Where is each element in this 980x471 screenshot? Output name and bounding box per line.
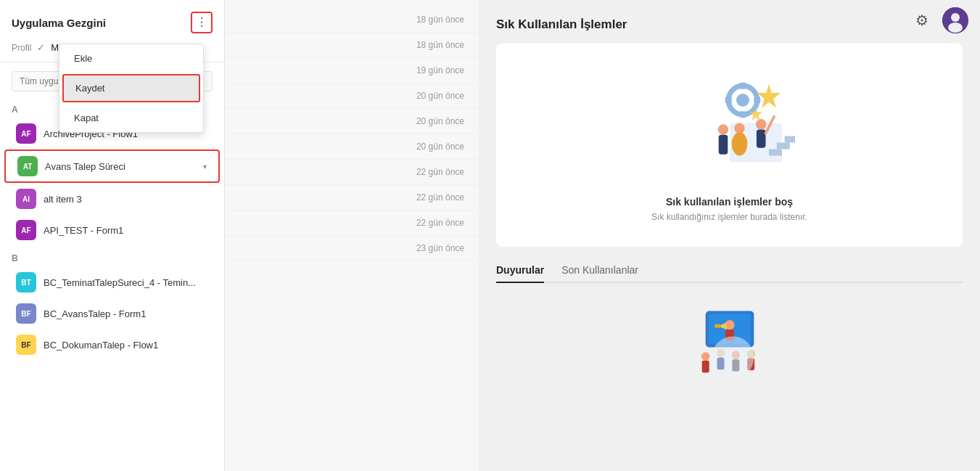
svg-rect-27 (715, 324, 720, 328)
center-item-1[interactable]: 18 gün önce (225, 7, 479, 33)
profile-check-icon: ✓ (37, 42, 45, 53)
icon-ai-alt: AI (16, 189, 36, 209)
list-item-avans-talep[interactable]: AT Avans Talep Süreci ▾ (4, 150, 220, 183)
center-time-4: 20 gün önce (416, 91, 464, 101)
svg-point-12 (717, 124, 728, 134)
center-item-5[interactable]: 20 gün önce (225, 109, 479, 134)
item-label-bc-teminat: BC_TeminatTalepSureci_4 - Temin... (44, 277, 208, 288)
frequent-illustration (664, 68, 795, 184)
right-panel: Sık Kullanılan İşlemler (479, 0, 980, 471)
svg-point-15 (731, 132, 747, 155)
icon-bf-avans: BF (16, 303, 36, 324)
item-label-api-test: API_TEST - Form1 (44, 225, 208, 236)
icon-af-api: AF (16, 220, 36, 240)
center-time-7: 22 gün önce (416, 167, 464, 177)
list-item-alt-item[interactable]: AI alt item 3 (4, 184, 220, 214)
three-dots-icon: ⋮ (196, 17, 207, 28)
list-item-bc-dokuman[interactable]: BF BC_DokumanTalep - Flow1 (4, 329, 220, 360)
tab-duyurular[interactable]: Duyurular (496, 264, 544, 283)
svg-rect-20 (776, 143, 789, 150)
center-item-3[interactable]: 19 gün önce (225, 58, 479, 83)
center-time-6: 20 gün önce (416, 142, 464, 152)
dropdown-item-ekle[interactable]: Ekle (59, 44, 203, 73)
announcements-illustration (686, 302, 773, 374)
svg-rect-7 (739, 111, 746, 118)
svg-rect-19 (769, 150, 782, 156)
center-time-3: 19 gün önce (416, 65, 464, 75)
tabs-row: Duyurular Son Kullanılanlar (496, 264, 963, 283)
center-list: 18 gün önce 18 gün önce 19 gün önce 20 g… (225, 0, 479, 471)
center-item-6[interactable]: 20 gün önce (225, 134, 479, 160)
center-item-4[interactable]: 20 gün önce (225, 83, 479, 109)
sidebar-list: A AF ArchiveProject - Flow1 AT Avans Tal… (0, 97, 224, 471)
sidebar-header: Uygulama Gezgini ⋮ Ekle Kaydet Kapat (0, 0, 224, 39)
svg-marker-10 (757, 84, 780, 108)
center-item-9[interactable]: 22 gün önce (225, 210, 479, 236)
list-item-bc-teminat[interactable]: BT BC_TeminatTalepSureci_4 - Temin... (4, 267, 220, 298)
svg-point-28 (701, 352, 709, 361)
svg-rect-8 (725, 97, 731, 104)
list-item-bc-avans[interactable]: BF BC_AvansTalep - Form1 (4, 298, 220, 329)
center-time-2: 18 gün önce (416, 40, 464, 50)
center-item-10[interactable]: 23 gün önce (225, 236, 479, 261)
frequent-card: Sık kullanılan işlemler boş Sık kullandı… (496, 44, 963, 247)
frequent-empty-sub: Sık kullandığınız işlemler burada listen… (651, 212, 807, 222)
dropdown-menu: Ekle Kaydet Kapat (59, 44, 204, 133)
svg-rect-6 (739, 83, 746, 89)
section-letter-b: B (0, 246, 224, 266)
item-label-bc-avans: BC_AvansTalep - Form1 (44, 308, 208, 319)
svg-rect-13 (718, 135, 728, 155)
center-item-7[interactable]: 22 gün önce (225, 160, 479, 185)
center-item-2[interactable]: 18 gün önce (225, 33, 479, 58)
tab-son-kullanilanlar[interactable]: Son Kullanılanlar (561, 264, 638, 283)
center-item-8[interactable]: 22 gün önce (225, 185, 479, 210)
center-time-10: 23 gün önce (416, 243, 464, 253)
item-label-bc-dokuman: BC_DokumanTalep - Flow1 (44, 340, 208, 351)
frequent-title: Sık Kullanılan İşlemler (496, 17, 963, 32)
sidebar: Uygulama Gezgini ⋮ Ekle Kaydet Kapat Pro… (0, 0, 225, 471)
svg-point-16 (756, 119, 766, 129)
center-time-9: 22 gün önce (416, 218, 464, 228)
icon-bt-teminat: BT (16, 272, 36, 292)
center-time-5: 20 gün önce (416, 116, 464, 126)
svg-point-2 (948, 22, 963, 33)
item-label-alt-item: alt item 3 (44, 194, 208, 205)
icon-bf-dokuman: BF (16, 335, 36, 355)
avatar[interactable] (942, 7, 968, 33)
svg-rect-9 (754, 97, 760, 104)
profile-label: Profil (12, 43, 31, 53)
icon-af-archive: AF (16, 123, 36, 144)
center-time-1: 18 gün önce (416, 15, 464, 25)
svg-point-14 (734, 123, 744, 134)
dropdown-item-kaydet[interactable]: Kaydet (62, 74, 200, 102)
chevron-down-icon: ▾ (203, 163, 207, 171)
dropdown-item-kapat[interactable]: Kapat (59, 104, 203, 132)
center-time-8: 22 gün önce (416, 192, 464, 202)
item-label-avans-talep: Avans Talep Süreci (45, 161, 196, 172)
top-right-controls: ⚙ (910, 7, 968, 33)
list-item-api-test[interactable]: AF API_TEST - Form1 (4, 215, 220, 245)
settings-icon[interactable]: ⚙ (910, 9, 934, 32)
icon-at-avans: AT (17, 156, 38, 176)
app-title: Uygulama Gezgini (12, 17, 106, 29)
svg-rect-29 (701, 361, 709, 373)
frequent-empty-title: Sık kullanılan işlemler boş (666, 196, 793, 208)
svg-rect-17 (756, 130, 765, 148)
svg-point-5 (736, 94, 749, 107)
svg-rect-21 (784, 136, 794, 143)
svg-point-1 (951, 13, 960, 22)
more-options-button[interactable]: ⋮ Ekle Kaydet Kapat (191, 12, 213, 33)
